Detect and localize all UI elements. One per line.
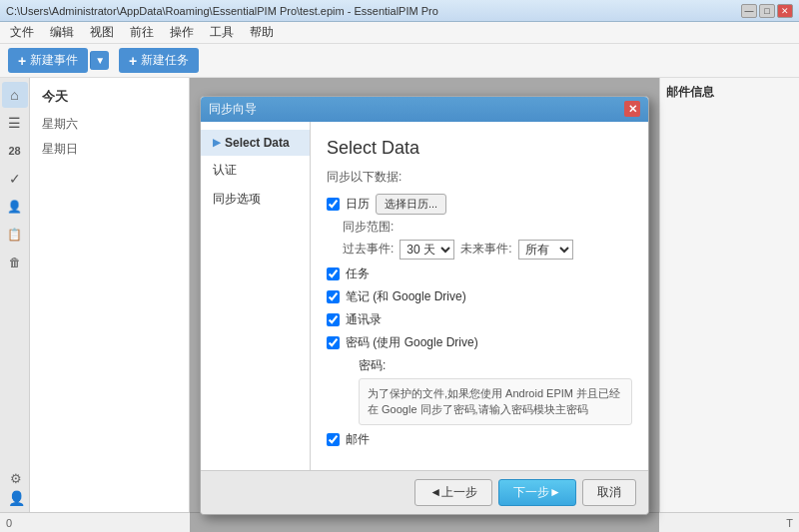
nav-sunday[interactable]: 星期日: [30, 137, 189, 162]
sidebar-list-icon[interactable]: ☰: [2, 110, 28, 136]
gear-icon[interactable]: ⚙: [6, 468, 26, 488]
mail-label: 邮件: [346, 431, 370, 448]
right-panel-title: 邮件信息: [666, 84, 793, 101]
dialog-content: Select Data 同步以下数据: 日历 选择日历... 同步范围:: [311, 122, 648, 470]
sync-label: 同步以下数据:: [327, 169, 632, 186]
contacts-label: 通讯录: [346, 311, 382, 328]
dialog-overlay: 同步向导 ✕ ▶ Select Data 认证: [190, 78, 659, 532]
sidebar-home-icon[interactable]: ⌂: [2, 82, 28, 108]
calendar-checkbox[interactable]: [327, 198, 340, 211]
contacts-row: 通讯录: [327, 311, 632, 328]
cancel-button[interactable]: 取消: [582, 479, 636, 506]
main-layout: ⌂ ☰ 28 ✓ 👤 📋 🗑 今天 星期六 星期日 同步向导 ✕: [0, 78, 799, 532]
status-right: T: [786, 517, 793, 529]
new-event-button[interactable]: + 新建事件: [8, 48, 88, 73]
prev-button[interactable]: ◄上一步: [414, 479, 492, 506]
sync-range: 同步范围: 过去事件: 30 天 7 天 60 天 全部 未来事件:: [343, 219, 632, 260]
sidebar-tasks-icon[interactable]: ✓: [2, 166, 28, 192]
dialog-close-button[interactable]: ✕: [624, 101, 640, 117]
menu-goto[interactable]: 前往: [124, 22, 160, 43]
maximize-button[interactable]: □: [759, 4, 775, 18]
next-button[interactable]: 下一步►: [498, 479, 576, 506]
menu-bar: 文件 编辑 视图 前往 操作 工具 帮助: [0, 22, 799, 44]
future-events-select[interactable]: 所有 7 天 30 天 60 天: [518, 240, 573, 260]
nav-arrow-icon: ▶: [213, 137, 221, 148]
plus-icon: +: [18, 53, 26, 69]
plus-icon2: +: [129, 53, 137, 69]
passwords-row: 密码 (使用 Google Drive): [327, 334, 632, 351]
menu-tools[interactable]: 工具: [204, 22, 240, 43]
minimize-button[interactable]: —: [741, 4, 757, 18]
menu-edit[interactable]: 编辑: [44, 22, 80, 43]
notes-checkbox[interactable]: [327, 290, 340, 303]
nav-today[interactable]: 今天: [30, 82, 189, 112]
menu-actions[interactable]: 操作: [164, 22, 200, 43]
sidebar-trash-icon[interactable]: 🗑: [2, 250, 28, 275]
dialog-section-title: Select Data: [327, 138, 632, 159]
past-events-select[interactable]: 30 天 7 天 60 天 全部: [400, 240, 454, 260]
close-button[interactable]: ✕: [777, 4, 793, 18]
dialog-title-bar: 同步向导 ✕: [201, 97, 648, 122]
window-title: C:\Users\Administrator\AppData\Roaming\E…: [6, 5, 438, 17]
dialog-nav: ▶ Select Data 认证 同步选项: [201, 122, 311, 470]
toolbar: + 新建事件 ▼ + 新建任务: [0, 44, 799, 78]
menu-view[interactable]: 视图: [84, 22, 120, 43]
select-calendar-button[interactable]: 选择日历...: [376, 194, 446, 215]
sidebar-calendar-icon[interactable]: 28: [2, 138, 28, 164]
dialog-footer: ◄上一步 下一步► 取消: [201, 470, 648, 514]
past-events-label: 过去事件:: [343, 241, 394, 258]
title-bar: C:\Users\Administrator\AppData\Roaming\E…: [0, 0, 799, 22]
menu-help[interactable]: 帮助: [244, 22, 280, 43]
sidebar-icons: ⌂ ☰ 28 ✓ 👤 📋 🗑: [0, 78, 30, 532]
calendar-row: 日历 选择日历...: [327, 194, 632, 215]
dialog-body: ▶ Select Data 认证 同步选项 Select Data 同: [201, 122, 648, 470]
user-icon[interactable]: 👤: [6, 488, 26, 508]
sync-range-label: 同步范围:: [343, 220, 394, 234]
new-task-button[interactable]: + 新建任务: [119, 48, 199, 73]
window-controls[interactable]: — □ ✕: [741, 4, 793, 18]
nav-panel: 今天 星期六 星期日: [30, 78, 190, 532]
new-event-dropdown[interactable]: ▼: [90, 51, 109, 70]
password-warning: 为了保护的文件,如果您使用 Android EPIM 并且已经在 Google …: [359, 378, 632, 425]
dialog-nav-options[interactable]: 同步选项: [201, 185, 310, 214]
password-section: 密码: 为了保护的文件,如果您使用 Android EPIM 并且已经在 Goo…: [343, 357, 632, 425]
password-section-label: 密码:: [359, 357, 632, 374]
dialog-nav-auth[interactable]: 认证: [201, 156, 310, 185]
sidebar-notes-icon[interactable]: 📋: [2, 222, 28, 248]
calendar-label: 日历: [346, 196, 370, 213]
passwords-label: 密码 (使用 Google Drive): [346, 334, 478, 351]
dialog-nav-select-data[interactable]: ▶ Select Data: [201, 130, 310, 156]
mail-row: 邮件: [327, 431, 632, 448]
tasks-row: 任务: [327, 266, 632, 282]
sync-dialog: 同步向导 ✕ ▶ Select Data 认证: [200, 96, 649, 515]
tasks-label: 任务: [346, 266, 370, 282]
right-panel: 邮件信息: [659, 78, 799, 532]
nav-saturday[interactable]: 星期六: [30, 112, 189, 137]
notes-label: 笔记 (和 Google Drive): [346, 288, 466, 305]
sidebar-contacts-icon[interactable]: 👤: [2, 194, 28, 220]
notes-row: 笔记 (和 Google Drive): [327, 288, 632, 305]
passwords-checkbox[interactable]: [327, 336, 340, 349]
content-area: 同步向导 ✕ ▶ Select Data 认证: [190, 78, 659, 532]
sync-range-row: 过去事件: 30 天 7 天 60 天 全部 未来事件: 所有: [343, 240, 632, 260]
contacts-checkbox[interactable]: [327, 313, 340, 326]
tasks-checkbox[interactable]: [327, 267, 340, 280]
future-events-label: 未来事件:: [460, 241, 511, 258]
menu-file[interactable]: 文件: [4, 22, 40, 43]
dialog-title: 同步向导: [209, 101, 257, 118]
mail-checkbox[interactable]: [327, 433, 340, 446]
status-text: 0: [6, 517, 12, 529]
